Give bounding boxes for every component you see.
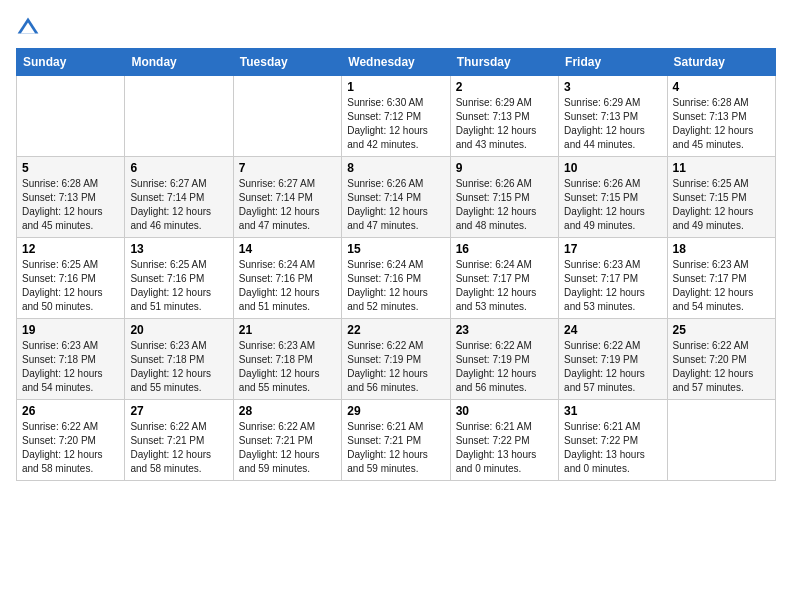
day-number: 21 [239,323,336,337]
day-info: Sunrise: 6:23 AM Sunset: 7:17 PM Dayligh… [673,258,770,314]
calendar-cell: 11Sunrise: 6:25 AM Sunset: 7:15 PM Dayli… [667,157,775,238]
day-info: Sunrise: 6:22 AM Sunset: 7:19 PM Dayligh… [347,339,444,395]
day-info: Sunrise: 6:26 AM Sunset: 7:14 PM Dayligh… [347,177,444,233]
day-info: Sunrise: 6:22 AM Sunset: 7:21 PM Dayligh… [239,420,336,476]
column-header-saturday: Saturday [667,49,775,76]
calendar-cell: 26Sunrise: 6:22 AM Sunset: 7:20 PM Dayli… [17,400,125,481]
calendar-cell [17,76,125,157]
day-info: Sunrise: 6:21 AM Sunset: 7:22 PM Dayligh… [456,420,553,476]
calendar-cell: 14Sunrise: 6:24 AM Sunset: 7:16 PM Dayli… [233,238,341,319]
day-info: Sunrise: 6:23 AM Sunset: 7:18 PM Dayligh… [239,339,336,395]
day-number: 31 [564,404,661,418]
day-number: 14 [239,242,336,256]
day-info: Sunrise: 6:25 AM Sunset: 7:16 PM Dayligh… [22,258,119,314]
calendar-table: SundayMondayTuesdayWednesdayThursdayFrid… [16,48,776,481]
calendar-cell: 1Sunrise: 6:30 AM Sunset: 7:12 PM Daylig… [342,76,450,157]
day-info: Sunrise: 6:21 AM Sunset: 7:22 PM Dayligh… [564,420,661,476]
calendar-cell: 7Sunrise: 6:27 AM Sunset: 7:14 PM Daylig… [233,157,341,238]
calendar-header-row: SundayMondayTuesdayWednesdayThursdayFrid… [17,49,776,76]
day-info: Sunrise: 6:28 AM Sunset: 7:13 PM Dayligh… [22,177,119,233]
calendar-cell [233,76,341,157]
calendar-cell: 23Sunrise: 6:22 AM Sunset: 7:19 PM Dayli… [450,319,558,400]
day-number: 20 [130,323,227,337]
calendar-cell: 20Sunrise: 6:23 AM Sunset: 7:18 PM Dayli… [125,319,233,400]
day-number: 4 [673,80,770,94]
calendar-week-3: 12Sunrise: 6:25 AM Sunset: 7:16 PM Dayli… [17,238,776,319]
day-info: Sunrise: 6:30 AM Sunset: 7:12 PM Dayligh… [347,96,444,152]
column-header-sunday: Sunday [17,49,125,76]
day-number: 22 [347,323,444,337]
calendar-week-5: 26Sunrise: 6:22 AM Sunset: 7:20 PM Dayli… [17,400,776,481]
day-number: 2 [456,80,553,94]
day-number: 3 [564,80,661,94]
calendar-cell: 8Sunrise: 6:26 AM Sunset: 7:14 PM Daylig… [342,157,450,238]
calendar-cell: 28Sunrise: 6:22 AM Sunset: 7:21 PM Dayli… [233,400,341,481]
logo [16,16,44,40]
day-info: Sunrise: 6:24 AM Sunset: 7:17 PM Dayligh… [456,258,553,314]
day-info: Sunrise: 6:24 AM Sunset: 7:16 PM Dayligh… [239,258,336,314]
day-number: 12 [22,242,119,256]
day-info: Sunrise: 6:28 AM Sunset: 7:13 PM Dayligh… [673,96,770,152]
day-info: Sunrise: 6:26 AM Sunset: 7:15 PM Dayligh… [456,177,553,233]
day-number: 6 [130,161,227,175]
calendar-week-2: 5Sunrise: 6:28 AM Sunset: 7:13 PM Daylig… [17,157,776,238]
day-info: Sunrise: 6:21 AM Sunset: 7:21 PM Dayligh… [347,420,444,476]
day-info: Sunrise: 6:23 AM Sunset: 7:18 PM Dayligh… [22,339,119,395]
day-info: Sunrise: 6:23 AM Sunset: 7:17 PM Dayligh… [564,258,661,314]
day-info: Sunrise: 6:25 AM Sunset: 7:16 PM Dayligh… [130,258,227,314]
day-number: 1 [347,80,444,94]
day-number: 25 [673,323,770,337]
day-info: Sunrise: 6:26 AM Sunset: 7:15 PM Dayligh… [564,177,661,233]
calendar-cell: 4Sunrise: 6:28 AM Sunset: 7:13 PM Daylig… [667,76,775,157]
calendar-cell: 27Sunrise: 6:22 AM Sunset: 7:21 PM Dayli… [125,400,233,481]
column-header-friday: Friday [559,49,667,76]
calendar-cell: 2Sunrise: 6:29 AM Sunset: 7:13 PM Daylig… [450,76,558,157]
calendar-cell: 5Sunrise: 6:28 AM Sunset: 7:13 PM Daylig… [17,157,125,238]
day-number: 19 [22,323,119,337]
calendar-cell [125,76,233,157]
day-info: Sunrise: 6:29 AM Sunset: 7:13 PM Dayligh… [456,96,553,152]
day-number: 26 [22,404,119,418]
day-number: 16 [456,242,553,256]
calendar-cell: 3Sunrise: 6:29 AM Sunset: 7:13 PM Daylig… [559,76,667,157]
calendar-cell: 25Sunrise: 6:22 AM Sunset: 7:20 PM Dayli… [667,319,775,400]
calendar-cell: 31Sunrise: 6:21 AM Sunset: 7:22 PM Dayli… [559,400,667,481]
day-info: Sunrise: 6:22 AM Sunset: 7:19 PM Dayligh… [564,339,661,395]
page-header [16,16,776,40]
logo-icon [16,16,40,40]
calendar-cell: 12Sunrise: 6:25 AM Sunset: 7:16 PM Dayli… [17,238,125,319]
day-info: Sunrise: 6:27 AM Sunset: 7:14 PM Dayligh… [239,177,336,233]
day-info: Sunrise: 6:24 AM Sunset: 7:16 PM Dayligh… [347,258,444,314]
day-number: 8 [347,161,444,175]
day-number: 28 [239,404,336,418]
calendar-cell: 13Sunrise: 6:25 AM Sunset: 7:16 PM Dayli… [125,238,233,319]
calendar-cell: 9Sunrise: 6:26 AM Sunset: 7:15 PM Daylig… [450,157,558,238]
calendar-cell: 18Sunrise: 6:23 AM Sunset: 7:17 PM Dayli… [667,238,775,319]
calendar-cell: 29Sunrise: 6:21 AM Sunset: 7:21 PM Dayli… [342,400,450,481]
day-number: 15 [347,242,444,256]
day-number: 7 [239,161,336,175]
day-number: 24 [564,323,661,337]
calendar-week-1: 1Sunrise: 6:30 AM Sunset: 7:12 PM Daylig… [17,76,776,157]
day-number: 18 [673,242,770,256]
calendar-cell: 19Sunrise: 6:23 AM Sunset: 7:18 PM Dayli… [17,319,125,400]
calendar-cell: 6Sunrise: 6:27 AM Sunset: 7:14 PM Daylig… [125,157,233,238]
column-header-thursday: Thursday [450,49,558,76]
calendar-week-4: 19Sunrise: 6:23 AM Sunset: 7:18 PM Dayli… [17,319,776,400]
day-number: 9 [456,161,553,175]
calendar-cell: 15Sunrise: 6:24 AM Sunset: 7:16 PM Dayli… [342,238,450,319]
calendar-cell: 21Sunrise: 6:23 AM Sunset: 7:18 PM Dayli… [233,319,341,400]
day-number: 10 [564,161,661,175]
calendar-cell [667,400,775,481]
column-header-wednesday: Wednesday [342,49,450,76]
day-number: 13 [130,242,227,256]
day-info: Sunrise: 6:25 AM Sunset: 7:15 PM Dayligh… [673,177,770,233]
column-header-monday: Monday [125,49,233,76]
day-number: 29 [347,404,444,418]
day-number: 30 [456,404,553,418]
day-number: 17 [564,242,661,256]
day-number: 23 [456,323,553,337]
calendar-cell: 10Sunrise: 6:26 AM Sunset: 7:15 PM Dayli… [559,157,667,238]
column-header-tuesday: Tuesday [233,49,341,76]
day-number: 11 [673,161,770,175]
